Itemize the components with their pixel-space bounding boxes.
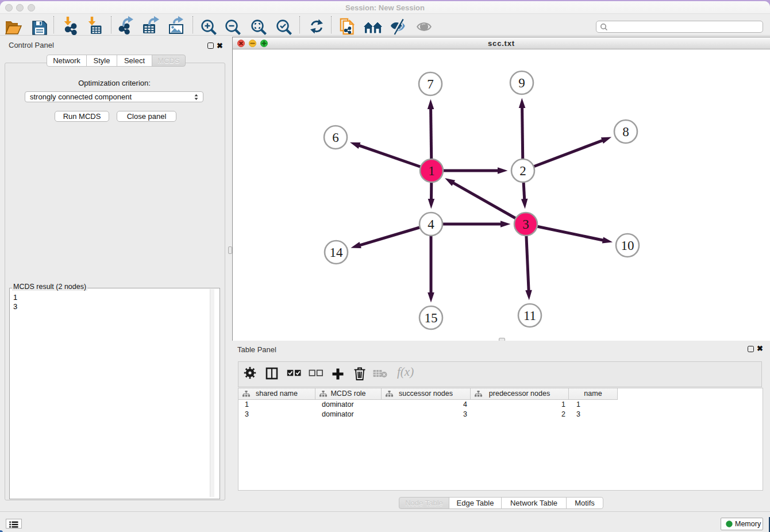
svg-text:2: 2: [519, 164, 526, 178]
svg-text:1: 1: [428, 164, 435, 178]
svg-text:9: 9: [518, 76, 525, 90]
svg-text:8: 8: [622, 125, 629, 139]
svg-text:15: 15: [425, 311, 438, 325]
svg-text:3: 3: [522, 217, 529, 232]
svg-text:4: 4: [428, 217, 434, 232]
svg-text:6: 6: [332, 130, 339, 145]
svg-text:7: 7: [427, 77, 434, 91]
svg-text:14: 14: [330, 245, 344, 260]
svg-text:11: 11: [523, 309, 536, 323]
svg-text:10: 10: [621, 238, 634, 253]
